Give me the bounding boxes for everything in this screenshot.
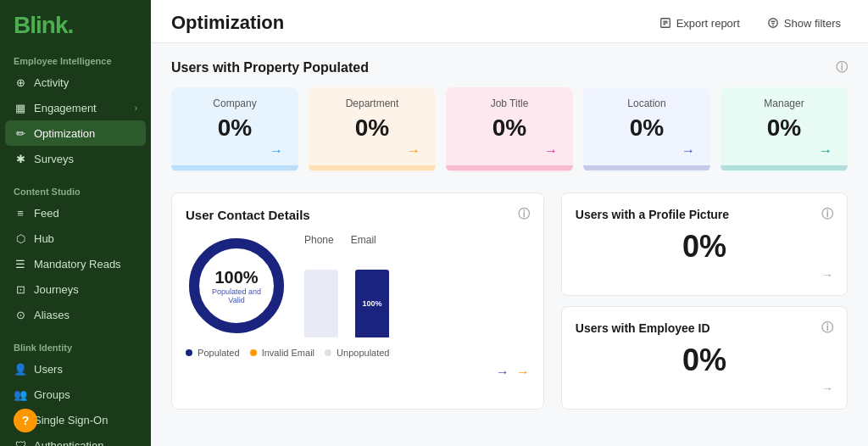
sidebar: Blink. Employee Intelligence ⊕ Activity … — [0, 0, 151, 446]
sidebar-item-engagement[interactable]: ▦ Engagement › — [0, 95, 151, 120]
journeys-icon: ⊡ — [14, 282, 27, 296]
email-label: Email — [351, 234, 376, 246]
property-card-department[interactable]: Department 0% → — [309, 87, 436, 172]
phone-bar — [304, 270, 338, 337]
sidebar-item-mandatory-reads[interactable]: ☰ Mandatory Reads — [0, 251, 151, 276]
sidebar-item-feed[interactable]: ≡ Feed — [0, 200, 151, 226]
section-label-employee-intelligence: Employee Intelligence — [0, 47, 151, 70]
donut-chart: 100% Populated and Valid — [186, 235, 287, 337]
card-value: 0% — [734, 116, 834, 140]
legend-dot-populated — [186, 349, 192, 356]
logo-text: Blink — [14, 12, 67, 38]
export-report-button[interactable]: Export report — [653, 14, 747, 33]
contact-nav-arrows: → → — [186, 365, 530, 380]
sidebar-item-label: Authentication — [34, 439, 103, 447]
card-value: 0% — [322, 116, 422, 140]
surveys-icon: ✱ — [14, 152, 27, 165]
header-actions: Export report Show filters — [653, 14, 848, 33]
bar-charts: 100% — [304, 253, 389, 337]
card-bar — [583, 165, 710, 170]
property-card-location[interactable]: Location 0% → — [583, 87, 710, 172]
sidebar-item-label: Activity — [34, 76, 69, 89]
sidebar-item-surveys[interactable]: ✱ Surveys — [0, 146, 151, 171]
sidebar-item-label: Surveys — [34, 153, 74, 165]
right-column: Users with a Profile Picture ⓘ 0% → User… — [561, 192, 848, 410]
bar-labels: Phone Email — [304, 234, 389, 246]
sidebar-item-label: Journeys — [34, 283, 79, 296]
sidebar-item-label: Feed — [34, 207, 59, 220]
bar-charts-area: Phone Email 100% — [304, 234, 389, 337]
card-value: 0% — [459, 116, 559, 140]
profile-picture-title: Users with a Profile Picture ⓘ — [576, 207, 833, 222]
sidebar-item-label: Aliases — [34, 309, 70, 321]
sidebar-item-hub[interactable]: ⬡ Hub — [0, 226, 151, 251]
info-icon[interactable]: ⓘ — [836, 60, 848, 75]
sidebar-item-label: Groups — [34, 388, 70, 401]
donut-percent: 100% — [211, 268, 262, 287]
sidebar-item-label: Optimization — [34, 127, 95, 140]
property-cards: Company 0% → Department 0% → Job Title 0… — [171, 87, 848, 172]
arrow-right-icon: → — [597, 140, 697, 162]
card-bar — [721, 165, 848, 170]
show-filters-button[interactable]: Show filters — [760, 14, 848, 33]
mandatory-reads-icon: ☰ — [14, 257, 27, 270]
main-body: Users with Property Populated ⓘ Company … — [151, 43, 868, 426]
employee-id-value: 0% — [576, 343, 833, 378]
card-label: Manager — [734, 98, 834, 109]
card-bar — [446, 165, 573, 170]
engagement-icon: ▦ — [14, 101, 27, 114]
next-arrow-icon[interactable]: → — [496, 365, 509, 380]
employee-id-arrow[interactable]: → — [576, 382, 833, 395]
employee-id-title: Users with Employee ID ⓘ — [576, 321, 833, 336]
info-icon[interactable]: ⓘ — [518, 207, 530, 222]
property-card-job-title[interactable]: Job Title 0% → — [446, 87, 573, 172]
donut-subtitle: Populated and Valid — [211, 287, 262, 304]
sidebar-item-optimization[interactable]: ✏ Optimization — [5, 120, 146, 146]
sidebar-item-groups[interactable]: 👥 Groups — [0, 382, 151, 407]
contact-legend: Populated Invalid Email Unpopulated — [186, 348, 530, 358]
profile-picture-arrow[interactable]: → — [576, 268, 833, 282]
sidebar-item-label: Users — [34, 363, 63, 376]
auth-icon: 🛡 — [14, 438, 27, 446]
card-value: 0% — [185, 116, 285, 140]
main-content: Optimization Export report Show fi — [151, 0, 868, 446]
arrow-right-icon: → — [459, 140, 559, 162]
property-card-manager[interactable]: Manager 0% → — [721, 87, 848, 172]
arrow-right-icon: → — [185, 140, 285, 162]
filters-label: Show filters — [784, 17, 841, 30]
property-card-company[interactable]: Company 0% → — [171, 87, 298, 172]
sidebar-item-users[interactable]: 👤 Users — [0, 356, 151, 382]
card-label: Location — [597, 98, 697, 109]
card-bar — [171, 165, 298, 170]
employee-id-card: Users with Employee ID ⓘ 0% → — [561, 306, 848, 410]
legend-dot-unpopulated — [325, 349, 331, 356]
logo: Blink. — [0, 0, 151, 47]
sidebar-item-label: Mandatory Reads — [34, 258, 121, 270]
legend-populated: Populated — [186, 348, 240, 358]
activity-icon: ⊕ — [14, 75, 27, 89]
section-label-content-studio: Content Studio — [0, 178, 151, 200]
feed-icon: ≡ — [14, 206, 27, 220]
sidebar-item-activity[interactable]: ⊕ Activity — [0, 70, 151, 95]
card-label: Department — [322, 98, 422, 109]
help-button[interactable]: ? — [14, 409, 37, 432]
phone-label: Phone — [304, 234, 334, 246]
phone-bar-col — [304, 270, 338, 337]
sidebar-item-authentication[interactable]: 🛡 Authentication — [0, 432, 151, 446]
prev-arrow-icon[interactable]: → — [516, 365, 530, 380]
legend-unpopulated: Unpopulated — [325, 348, 389, 358]
legend-dot-invalid — [250, 349, 257, 356]
aliases-icon: ⊙ — [14, 308, 27, 321]
info-icon[interactable]: ⓘ — [821, 207, 833, 222]
chevron-right-icon: › — [135, 103, 137, 113]
optimization-icon: ✏ — [14, 126, 27, 140]
sidebar-item-label: Single Sign-On — [34, 414, 108, 426]
email-bar-col: 100% — [355, 270, 389, 337]
card-label: Job Title — [459, 98, 559, 109]
sidebar-item-journeys[interactable]: ⊡ Journeys — [0, 276, 151, 302]
arrow-right-icon: → — [322, 140, 422, 162]
card-label: Company — [185, 98, 285, 109]
sidebar-item-aliases[interactable]: ⊙ Aliases — [0, 302, 151, 327]
info-icon[interactable]: ⓘ — [821, 321, 833, 336]
bottom-row: User Contact Details ⓘ 100% Populated an… — [171, 192, 848, 410]
